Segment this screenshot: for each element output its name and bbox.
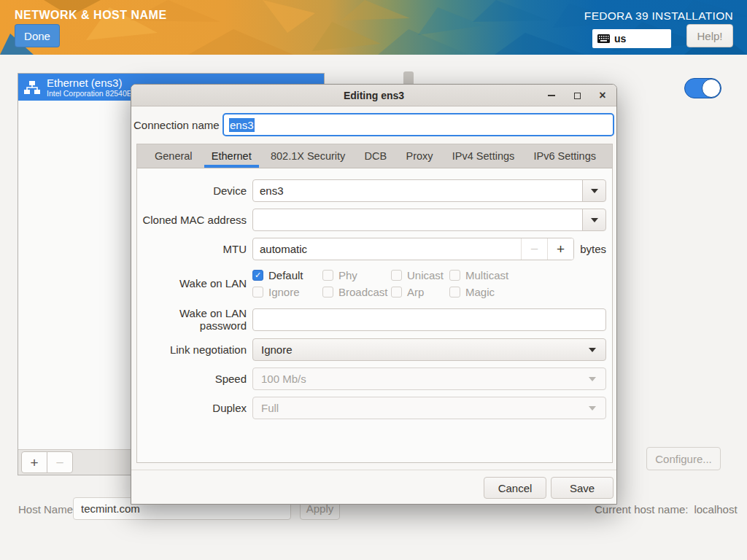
wol-password-input[interactable] [252,308,606,331]
cloned-mac-combo-entry[interactable] [252,209,583,231]
mtu-spinbutton: automatic − + [252,238,574,260]
ethernet-icon [24,81,40,94]
hostname-label: Host Name: [18,503,76,516]
wake-on-lan-options: ✓ Default Phy Unicast [252,267,508,300]
minimize-button[interactable] [546,90,557,101]
minimize-icon [548,95,555,96]
cloned-mac-combo [252,209,606,231]
save-button[interactable]: Save [551,477,614,499]
mtu-decrement-button[interactable]: − [521,238,547,260]
mtu-input[interactable]: automatic [253,238,521,260]
tab-ipv6-settings[interactable]: IPv6 Settings [525,144,605,168]
connection-name-label: Connection name [133,119,220,131]
device-value: ens3 [260,184,284,197]
remove-device-button[interactable]: − [47,451,73,473]
tab-ethernet[interactable]: Ethernet [203,144,260,168]
link-negotiation-dropdown[interactable]: Ignore [252,338,606,361]
device-row: Device ens3 [137,179,606,202]
chevron-down-icon [591,189,598,193]
cloned-mac-dropdown-button[interactable] [582,209,606,231]
tab-ipv4-settings[interactable]: IPv4 Settings [444,144,523,168]
wake-on-lan-row: Wake on LAN ✓ Default Phy Unicast [137,267,606,300]
close-icon: × [599,90,605,101]
checkbox-unchecked [391,270,402,281]
tab-strip: General Ethernet 802.1X Security DCB Pro… [137,144,612,168]
detail-pane-fragment [403,71,414,85]
wol-option-broadcast[interactable]: Broadcast [322,286,391,298]
network-enabled-toggle[interactable] [684,78,721,98]
checkbox-unchecked [449,287,460,298]
minus-icon: − [530,241,538,257]
mtu-increment-button[interactable]: + [547,238,573,260]
link-negotiation-row: Link negotiation Ignore [137,338,606,361]
chevron-down-icon [589,348,596,352]
tab-general[interactable]: General [146,144,201,168]
duplex-label: Duplex [137,402,247,414]
device-combo-entry[interactable]: ens3 [252,179,583,202]
checkbox-unchecked [322,270,333,281]
speed-row: Speed 100 Mb/s [137,368,606,390]
device-label: Device [137,184,247,197]
mtu-label: MTU [137,243,247,255]
minus-icon: − [55,456,63,470]
link-negotiation-label: Link negotiation [137,343,247,356]
cloned-mac-label: Cloned MAC address [137,214,247,226]
tab-dcb[interactable]: DCB [356,144,396,168]
speed-value: 100 Mb/s [261,373,306,385]
connection-name-row: Connection name ens3 [131,106,616,143]
wol-option-phy[interactable]: Phy [322,269,391,281]
checkmark-icon: ✓ [255,271,261,279]
cancel-button[interactable]: Cancel [484,477,546,499]
duplex-row: Duplex Full [137,397,606,419]
close-button[interactable]: × [597,90,608,101]
keyboard-layout-indicator[interactable]: us [592,29,671,48]
current-hostname-label: Current host name: [595,503,688,516]
wol-option-default[interactable]: ✓ Default [252,269,322,281]
toggle-knob [702,79,721,98]
keyboard-layout-code: us [614,33,626,44]
wol-option-unicast[interactable]: Unicast [391,269,449,281]
done-button[interactable]: Done [15,24,60,47]
configure-button[interactable]: Configure... [646,447,721,470]
wol-password-row: Wake on LAN password [137,307,606,332]
chevron-down-icon [589,377,596,381]
duplex-value: Full [261,402,279,414]
connection-name-input[interactable]: ens3 [222,113,614,136]
chevron-down-icon [589,406,596,411]
mtu-value: automatic [260,243,307,255]
add-device-button[interactable]: + [21,451,47,473]
dialog-action-separator [131,470,616,470]
wol-option-magic[interactable]: Magic [449,286,508,298]
device-title: Ethernet (ens3) [47,77,132,89]
edit-connection-dialog: Editing ens3 × Connection name ens3 Gene… [131,84,617,505]
speed-dropdown: 100 Mb/s [252,368,606,390]
help-button[interactable]: Help! [686,24,733,47]
device-combo-dropdown-button[interactable] [582,179,606,202]
speed-label: Speed [137,373,247,385]
installer-header: NETWORK & HOST NAME Done FEDORA 39 INSTA… [0,0,747,55]
wol-option-arp[interactable]: Arp [391,286,449,298]
checkbox-checked: ✓ [252,270,263,281]
maximize-button[interactable] [572,90,582,101]
checkbox-unchecked [449,270,460,281]
keyboard-icon [597,34,610,43]
wake-on-lan-label: Wake on LAN [137,277,247,289]
window-controls: × [546,85,608,106]
plus-icon: + [30,456,38,470]
plus-icon: + [557,241,565,257]
page-title: NETWORK & HOST NAME [15,9,167,22]
wol-password-label: Wake on LAN password [137,307,247,332]
dialog-title: Editing ens3 [344,90,404,101]
dialog-action-area: Cancel Save [484,477,614,499]
dialog-titlebar[interactable]: Editing ens3 × [131,85,616,106]
chevron-down-icon [591,218,598,222]
device-combo: ens3 [252,179,606,202]
tab-8021x-security[interactable]: 802.1X Security [262,144,354,168]
wol-option-multicast[interactable]: Multicast [449,269,508,281]
current-hostname-value: localhost [694,503,737,516]
checkbox-unchecked [391,287,402,298]
ethernet-tab-content: Device ens3 Cloned MAC address MTU [137,168,612,419]
wol-option-ignore[interactable]: Ignore [252,286,322,298]
cloned-mac-row: Cloned MAC address [137,209,606,231]
tab-proxy[interactable]: Proxy [397,144,441,168]
